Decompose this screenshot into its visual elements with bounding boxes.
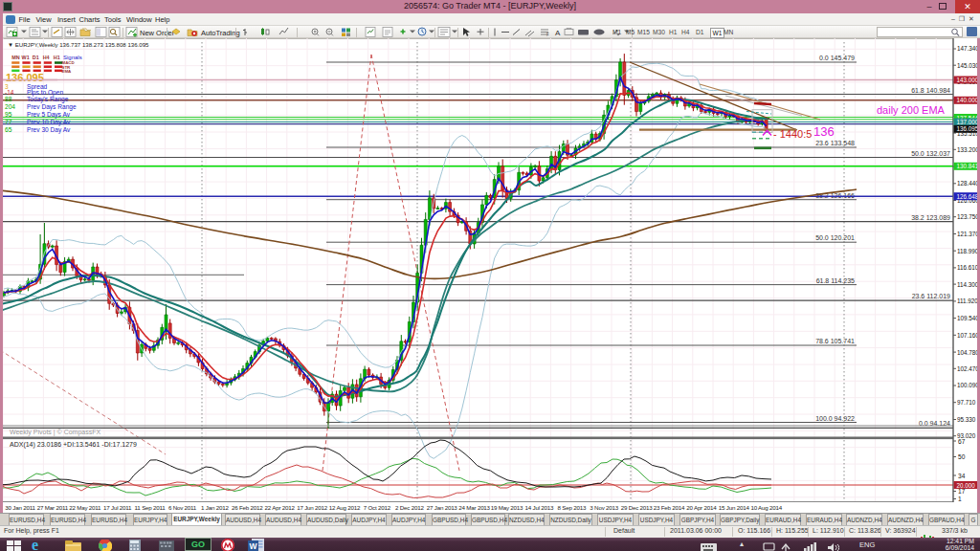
- svg-text:22 May 2011: 22 May 2011: [69, 504, 101, 511]
- svg-text:128.440: 128.440: [957, 180, 979, 187]
- svg-text:10 Aug 2014: 10 Aug 2014: [750, 504, 782, 511]
- svg-text:daily 200 EMA: daily 200 EMA: [877, 104, 946, 116]
- svg-text:7 Oct 2012: 7 Oct 2012: [364, 504, 391, 511]
- svg-text:65: 65: [5, 126, 12, 133]
- svg-text:11 Sep 2011: 11 Sep 2011: [135, 504, 167, 511]
- svg-text:27 Mar 2011: 27 Mar 2011: [37, 504, 69, 511]
- svg-text:143.000: 143.000: [957, 77, 979, 83]
- svg-text:0.0 145.479: 0.0 145.479: [819, 55, 855, 61]
- svg-text:100.090: 100.090: [957, 382, 979, 388]
- svg-text:F: F: [546, 33, 549, 37]
- svg-text:Today's Range: Today's Range: [27, 96, 69, 103]
- svg-text:109.540: 109.540: [957, 315, 979, 321]
- svg-text:123.750: 123.750: [957, 213, 979, 220]
- svg-text:A: A: [555, 29, 561, 37]
- svg-text:Prev 30 Day Av: Prev 30 Day Av: [27, 126, 71, 134]
- svg-text:MN: MN: [11, 55, 19, 60]
- svg-text:29 Dec 2013: 29 Dec 2013: [621, 504, 654, 511]
- svg-text:118.990: 118.990: [957, 248, 979, 254]
- svg-text:26 Feb 2012: 26 Feb 2012: [232, 504, 263, 511]
- svg-text:77: 77: [5, 119, 12, 125]
- svg-text:147.340: 147.340: [957, 45, 979, 52]
- svg-text:126.648: 126.648: [957, 193, 979, 200]
- svg-text:2 Dec 2012: 2 Dec 2012: [395, 504, 424, 511]
- svg-text:121.370: 121.370: [957, 231, 979, 237]
- svg-text:38.2 123.089: 38.2 123.089: [911, 214, 950, 221]
- svg-text:67: 67: [958, 438, 966, 445]
- svg-text:107.160: 107.160: [957, 332, 979, 339]
- svg-text:24 Mar 2013: 24 Mar 2013: [458, 504, 490, 511]
- svg-text:136.095: 136.095: [957, 125, 979, 132]
- svg-text:78.6 105.741: 78.6 105.741: [815, 338, 855, 344]
- svg-text:111.920: 111.920: [957, 298, 978, 304]
- svg-text:EMA: EMA: [62, 69, 73, 74]
- svg-text:AutoTrading: AutoTrading: [201, 29, 240, 37]
- svg-text:34: 34: [958, 473, 966, 479]
- svg-text:137.000: 137.000: [957, 119, 979, 125]
- svg-text:97.710: 97.710: [957, 399, 976, 406]
- svg-text:30 Jan 2011: 30 Jan 2011: [5, 504, 35, 511]
- svg-text:50: 50: [958, 453, 966, 460]
- svg-text:17 Jun 2012: 17 Jun 2012: [297, 504, 328, 511]
- svg-text:61.8 114.235: 61.8 114.235: [816, 277, 855, 284]
- svg-text:W1: W1: [22, 55, 30, 60]
- svg-text:- 1440:5: - 1440:5: [773, 128, 812, 140]
- svg-text:145.030: 145.030: [957, 62, 979, 69]
- svg-text:27 Jan 2013: 27 Jan 2013: [427, 504, 458, 511]
- svg-text:50.0 120.201: 50.0 120.201: [815, 234, 855, 241]
- svg-text:23.6 133.548: 23.6 133.548: [815, 140, 855, 146]
- svg-text:17 Jul 2011: 17 Jul 2011: [103, 504, 132, 511]
- svg-text:95: 95: [5, 111, 12, 118]
- svg-text:▼ EURJPY,Weekly 136.737 138.: ▼ EURJPY,Weekly 136.737 138.273 135.808 …: [8, 41, 149, 48]
- svg-text:1: 1: [958, 496, 962, 502]
- svg-text:1 Jan 2012: 1 Jan 2012: [201, 504, 229, 511]
- svg-text:ADX(14) 23.0186 +DI:13.5461 -D: ADX(14) 23.0186 +DI:13.5461 -DI:17.1279: [10, 441, 137, 449]
- svg-text:61.8 140.984: 61.8 140.984: [911, 87, 950, 94]
- svg-text:20 Apr 2014: 20 Apr 2014: [686, 504, 717, 511]
- svg-text:23.6 112.019: 23.6 112.019: [912, 293, 950, 299]
- svg-text:100.0 94.922: 100.0 94.922: [815, 415, 855, 422]
- svg-text:H4: H4: [43, 55, 50, 60]
- svg-text:14 Jul 2013: 14 Jul 2013: [525, 504, 555, 511]
- svg-text:-14: -14: [5, 89, 14, 96]
- svg-text:130.841: 130.841: [957, 163, 979, 169]
- svg-text:New Order: New Order: [140, 29, 175, 37]
- svg-text:50.0 132.037: 50.0 132.037: [911, 150, 950, 157]
- svg-text:12 Aug 2012: 12 Aug 2012: [329, 504, 361, 511]
- svg-text:D1: D1: [33, 55, 39, 60]
- svg-text:15 Jun 2014: 15 Jun 2014: [719, 504, 750, 511]
- svg-text:W: W: [250, 541, 258, 551]
- svg-text:104.780: 104.780: [957, 349, 979, 356]
- svg-text:17: 17: [958, 488, 966, 495]
- svg-text:102.470: 102.470: [957, 365, 979, 372]
- svg-text:140.000: 140.000: [957, 97, 979, 103]
- svg-text:8 Sep 2013: 8 Sep 2013: [557, 504, 586, 511]
- svg-text:6 Nov 2011: 6 Nov 2011: [168, 504, 197, 511]
- svg-text:204: 204: [5, 103, 15, 110]
- svg-text:Signals: Signals: [63, 55, 82, 60]
- svg-text:114.300: 114.300: [957, 281, 979, 288]
- svg-text:Weekly Pivots | © CompassFX: Weekly Pivots | © CompassFX: [10, 429, 100, 436]
- svg-text:20.000: 20.000: [957, 482, 976, 489]
- svg-text:136: 136: [813, 124, 835, 139]
- svg-text:95.330: 95.330: [957, 416, 976, 423]
- svg-text:Prev 5 Days Av: Prev 5 Days Av: [27, 111, 71, 119]
- svg-text:22 Apr 2012: 22 Apr 2012: [265, 504, 296, 511]
- svg-text:116.610: 116.610: [957, 264, 979, 271]
- svg-text:19 May 2013: 19 May 2013: [491, 504, 523, 511]
- svg-text:136.095: 136.095: [6, 72, 44, 83]
- svg-text:H1: H1: [54, 55, 60, 60]
- svg-text:23 Feb 2014: 23 Feb 2014: [654, 504, 685, 511]
- svg-text:88: 88: [5, 96, 12, 102]
- svg-text:133.200: 133.200: [957, 146, 979, 153]
- svg-text:3 Nov 2013: 3 Nov 2013: [590, 504, 618, 511]
